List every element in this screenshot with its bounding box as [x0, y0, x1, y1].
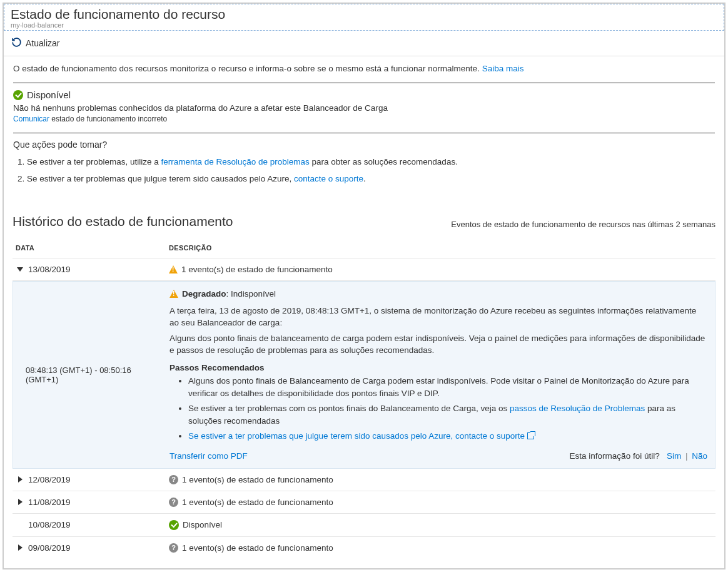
toolbar: Atualizar: [4, 31, 724, 56]
history-subtitle: Eventos de estado de funcionamento de re…: [451, 220, 715, 229]
steps-list: Alguns dos ponto finais de Balanceamento…: [169, 375, 707, 442]
detail-timerange: 08:48:13 (GMT+1) - 08:50:16 (GMT+1): [13, 289, 169, 461]
report-health-link[interactable]: Comunicar: [13, 115, 49, 123]
warning-icon: [169, 290, 178, 298]
detail-paragraph: Alguns dos ponto finais de balanceamento…: [169, 332, 707, 357]
history-detail: 08:48:13 (GMT+1) - 08:50:16 (GMT+1) Degr…: [13, 281, 715, 469]
expand-toggle[interactable]: [16, 476, 24, 483]
available-icon: [169, 520, 179, 530]
feedback-prompt: Esta informação foi útil? Sim | Não: [570, 451, 707, 461]
action-item: Se estiver a ter problemas que julgue te…: [27, 173, 715, 185]
download-pdf-link[interactable]: Transferir como PDF: [169, 451, 248, 461]
chevron-right-icon: [18, 499, 23, 505]
steps-heading: Passos Recomendados: [169, 363, 707, 372]
resource-name: my-load-balancer: [11, 21, 717, 29]
history-row[interactable]: 09/08/2019 ? 1 evento(s) de estado de fu…: [13, 537, 715, 559]
unknown-icon: ?: [169, 475, 178, 484]
history-table-header: DATA DESCRIÇÃO: [13, 235, 715, 258]
expand-toggle[interactable]: [16, 267, 24, 272]
actions-heading: Que ações pode tomar?: [13, 140, 715, 150]
report-health-row: Comunicar estado de funcionamento incorr…: [13, 115, 715, 123]
feedback-no[interactable]: Não: [692, 451, 707, 461]
unknown-icon: ?: [169, 498, 178, 507]
divider: [13, 133, 715, 133]
contact-support-link[interactable]: contacte o suporte: [294, 174, 363, 183]
refresh-button[interactable]: Atualizar: [11, 37, 59, 49]
troubleshoot-tool-link[interactable]: ferramenta de Resolução de problemas: [161, 157, 310, 166]
feedback-yes[interactable]: Sim: [667, 451, 681, 461]
history-row[interactable]: 13/08/2019 1 evento(s) de estado de func…: [13, 258, 715, 281]
contact-support-link[interactable]: Se estiver a ter problemas que julgue te…: [188, 431, 525, 441]
step-item: Se estiver a ter problemas com os pontos…: [188, 402, 707, 427]
expand-toggle[interactable]: [16, 544, 24, 551]
chevron-right-icon: [18, 476, 23, 483]
warning-icon: [169, 265, 178, 273]
history-title: Histórico do estado de funcionamento: [13, 214, 233, 229]
detail-paragraph: A terça feira, 13 de agosto de 2019, 08:…: [169, 305, 707, 329]
detail-footer: Transferir como PDF Esta informação foi …: [169, 451, 707, 461]
status-label: Disponível: [27, 89, 71, 100]
refresh-icon: [11, 37, 22, 49]
status-row: Disponível: [13, 89, 715, 100]
action-item: Se estiver a ter problemas, utilize a fe…: [27, 156, 715, 168]
refresh-label: Atualizar: [26, 38, 59, 48]
col-desc: DESCRIÇÃO: [169, 244, 715, 252]
page-title: Estado de funcionamento do recurso: [11, 6, 717, 23]
unknown-icon: ?: [169, 543, 178, 553]
status-description: Não há nenhuns problemas conhecidos da p…: [13, 103, 715, 113]
step-item: Alguns dos ponto finais de Balanceamento…: [188, 375, 707, 399]
available-icon: [13, 90, 23, 100]
step-item: Se estiver a ter problemas que julgue te…: [188, 430, 707, 442]
chevron-down-icon: [17, 267, 23, 272]
history-row[interactable]: 11/08/2019 ? 1 evento(s) de estado de fu…: [13, 491, 715, 514]
header-region: Estado de funcionamento do recurso my-lo…: [4, 4, 724, 31]
troubleshoot-steps-link[interactable]: passos de Resolução de Problemas: [510, 404, 645, 413]
divider: [13, 83, 715, 83]
history-row[interactable]: 10/08/2019 Disponível: [13, 514, 715, 537]
col-date: DATA: [13, 244, 169, 252]
external-link-icon: [527, 432, 534, 439]
chevron-right-icon: [18, 544, 23, 551]
learn-more-link[interactable]: Saiba mais: [482, 64, 524, 73]
history-row[interactable]: 12/08/2019 ? 1 evento(s) de estado de fu…: [13, 469, 715, 491]
history-header: Histórico do estado de funcionamento Eve…: [13, 214, 715, 229]
detail-status: Degradado: Indisponível: [169, 289, 707, 299]
expand-toggle[interactable]: [16, 499, 24, 505]
actions-list: Se estiver a ter problemas, utilize a fe…: [13, 156, 715, 185]
intro-text: O estado de funcionamento dos recursos m…: [13, 64, 715, 73]
